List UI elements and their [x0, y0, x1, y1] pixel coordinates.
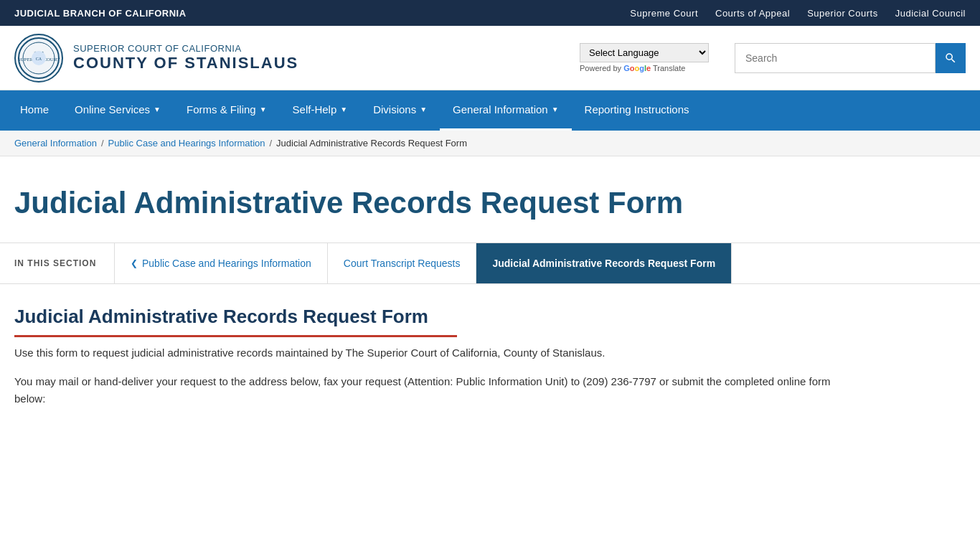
nav-home[interactable]: Home — [7, 90, 62, 131]
main-nav: Home Online Services ▼ Forms & Filing ▼ … — [0, 90, 980, 131]
nav-divisions[interactable]: Divisions ▼ — [360, 90, 440, 131]
svg-text:CA: CA — [36, 57, 42, 61]
search-icon — [944, 52, 957, 65]
language-select[interactable]: Select Language — [580, 43, 709, 62]
top-bar-superior-courts[interactable]: Superior Courts — [807, 8, 878, 19]
breadcrumb-separator-1: / — [101, 138, 104, 149]
nav-reporting-instructions[interactable]: Reporting Instructions — [572, 90, 702, 131]
section-nav: IN THIS SECTION ❮ Public Case and Hearin… — [0, 242, 980, 284]
court-line1: SUPERIOR COURT OF CALIFORNIA — [73, 43, 298, 54]
translate-area: Select Language Powered by Google Transl… — [580, 43, 709, 72]
breadcrumb-current: Judicial Administrative Records Request … — [276, 138, 467, 149]
chevron-down-icon: ▼ — [552, 105, 559, 113]
breadcrumb-general-info[interactable]: General Information — [14, 138, 97, 149]
header-right: Select Language Powered by Google Transl… — [580, 43, 966, 73]
search-area — [735, 43, 966, 73]
court-seal: SUPERIOR COURT ★ ★ ★ CA — [14, 34, 63, 83]
content-area: Judicial Administrative Records Request … — [0, 284, 861, 448]
sec-nav-judicial-admin[interactable]: Judicial Administrative Records Request … — [476, 243, 732, 283]
chevron-down-icon: ▼ — [420, 105, 427, 113]
top-bar-brand: JUDICIAL BRANCH OF CALIFORNIA — [14, 8, 187, 19]
section-nav-items: ❮ Public Case and Hearings Information C… — [115, 243, 980, 283]
sec-nav-public-case[interactable]: ❮ Public Case and Hearings Information — [115, 243, 328, 283]
breadcrumb-public-case[interactable]: Public Case and Hearings Information — [108, 138, 265, 149]
chevron-down-icon: ▼ — [340, 105, 347, 113]
header: SUPERIOR COURT ★ ★ ★ CA SUPERIOR COURT O… — [0, 26, 980, 90]
content-paragraph-1: Use this form to request judicial admini… — [14, 344, 847, 362]
nav-forms-filing[interactable]: Forms & Filing ▼ — [174, 90, 280, 131]
logo-area: SUPERIOR COURT ★ ★ ★ CA SUPERIOR COURT O… — [14, 34, 298, 83]
court-line2: COUNTY OF STANISLAUS — [73, 54, 298, 72]
chevron-down-icon: ▼ — [154, 105, 161, 113]
back-arrow-icon: ❮ — [131, 258, 138, 268]
page-title-section: Judicial Administrative Records Request … — [0, 156, 980, 242]
search-button[interactable] — [936, 43, 966, 73]
powered-by: Powered by Google Translate — [580, 64, 685, 72]
top-bar-links: Supreme Court Courts of Appeal Superior … — [630, 8, 966, 19]
content-paragraph-2: You may mail or hand-deliver your reques… — [14, 373, 847, 408]
chevron-down-icon: ▼ — [260, 105, 267, 113]
top-bar: JUDICIAL BRANCH OF CALIFORNIA Supreme Co… — [0, 0, 980, 26]
page-title: Judicial Administrative Records Request … — [14, 185, 966, 221]
nav-self-help[interactable]: Self-Help ▼ — [280, 90, 361, 131]
sec-nav-court-transcript[interactable]: Court Transcript Requests — [328, 243, 477, 283]
search-input[interactable] — [735, 43, 936, 73]
nav-online-services[interactable]: Online Services ▼ — [62, 90, 174, 131]
content-heading: Judicial Administrative Records Request … — [14, 306, 457, 337]
court-name: SUPERIOR COURT OF CALIFORNIA COUNTY OF S… — [73, 43, 298, 72]
nav-general-information[interactable]: General Information ▼ — [440, 90, 571, 131]
breadcrumb-separator-2: / — [269, 138, 272, 149]
section-nav-label: IN THIS SECTION — [0, 243, 115, 283]
breadcrumb: General Information / Public Case and He… — [0, 131, 980, 156]
top-bar-judicial-council[interactable]: Judicial Council — [895, 8, 966, 19]
top-bar-courts-of-appeal[interactable]: Courts of Appeal — [715, 8, 790, 19]
top-bar-supreme-court[interactable]: Supreme Court — [630, 8, 698, 19]
